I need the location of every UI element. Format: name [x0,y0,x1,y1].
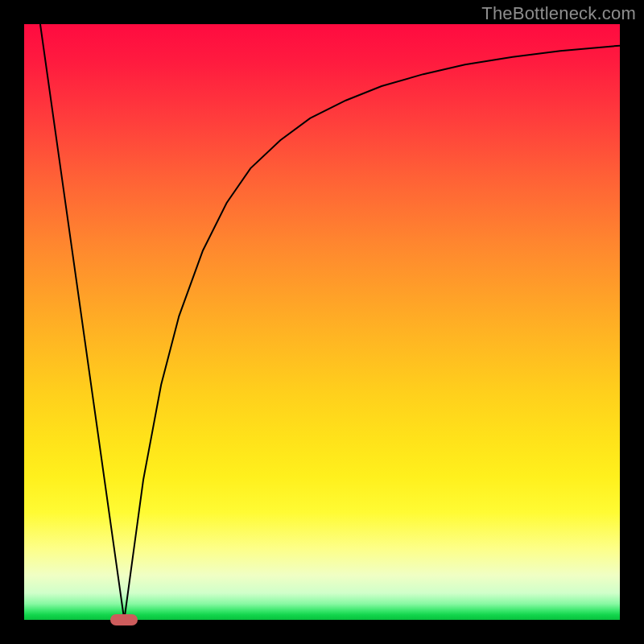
optimal-marker [110,614,138,625]
chart-frame: TheBottleneck.com [0,0,644,644]
watermark-text: TheBottleneck.com [481,3,636,24]
plot-area [24,24,620,620]
curve-layer [24,24,620,620]
bottleneck-curve [40,24,620,620]
